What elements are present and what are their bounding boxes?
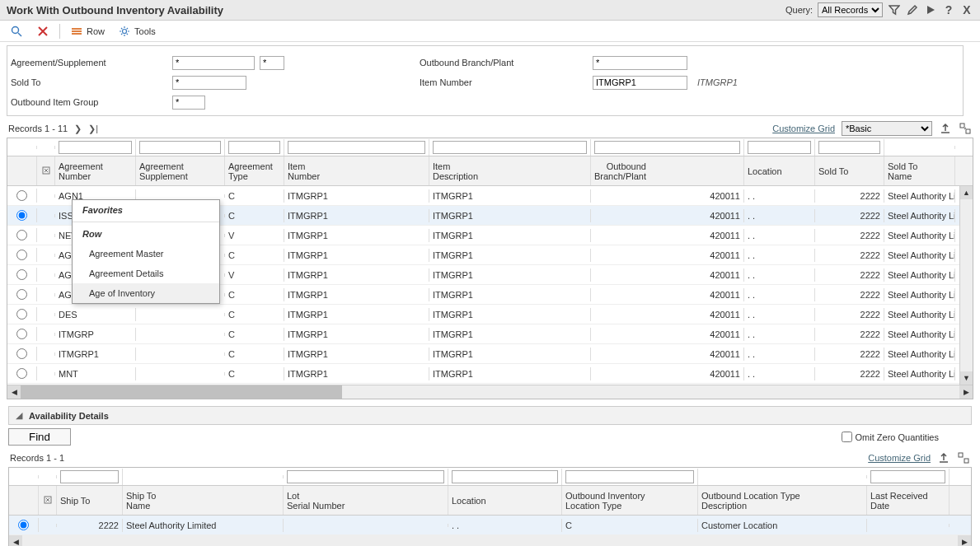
menu-agreement-master[interactable]: Agreement Master bbox=[73, 244, 219, 264]
h-item-desc[interactable]: Item Description bbox=[429, 156, 591, 185]
filter-sold-to-input[interactable] bbox=[172, 76, 246, 90]
menu-agreement-details[interactable]: Agreement Details bbox=[73, 264, 219, 283]
row-select-radio[interactable] bbox=[16, 309, 27, 320]
row-select-radio[interactable] bbox=[18, 520, 29, 530]
filter-agreement-input[interactable] bbox=[172, 56, 255, 70]
help-icon[interactable]: ? bbox=[942, 3, 955, 16]
query-select[interactable]: All Records bbox=[818, 2, 883, 17]
maximize-icon-2[interactable] bbox=[957, 451, 970, 464]
scroll-right-icon-2[interactable]: ▶ bbox=[958, 535, 971, 546]
row-button[interactable]: Row bbox=[67, 23, 108, 40]
export-icon-2[interactable] bbox=[937, 451, 950, 464]
find-button[interactable]: Find bbox=[8, 428, 71, 446]
h-location[interactable]: Location bbox=[744, 156, 815, 185]
qbe-agr-sup[interactable] bbox=[139, 141, 221, 154]
qbe-location[interactable] bbox=[748, 141, 811, 154]
qbe-out-bp[interactable] bbox=[594, 141, 740, 154]
next-page-icon[interactable]: ❯ bbox=[74, 124, 82, 134]
details-header[interactable]: ◢ Availability Details bbox=[8, 406, 972, 425]
qbe-item-desc[interactable] bbox=[433, 141, 587, 154]
qbe-lot[interactable] bbox=[287, 470, 444, 483]
row-select-radio[interactable] bbox=[16, 289, 27, 300]
grid-view-select[interactable]: *Basic bbox=[842, 121, 932, 136]
h-lot[interactable]: Lot Serial Number bbox=[284, 486, 448, 515]
row-select-radio[interactable] bbox=[16, 250, 27, 260]
h-sold-to-name[interactable]: Sold To Name bbox=[884, 156, 955, 185]
table-row[interactable]: MNTCITMGRP1ITMGRP1420011. .2222Steel Aut… bbox=[7, 364, 973, 384]
cell-dsc: ITMGRP1 bbox=[429, 367, 591, 380]
tools-button[interactable]: Tools bbox=[115, 23, 159, 40]
table-row[interactable]: 2222Steel Authority Limited. .CCustomer … bbox=[9, 516, 971, 535]
h-agr-num[interactable]: Agreement Number bbox=[55, 156, 136, 185]
h-item-num[interactable]: Item Number bbox=[284, 156, 429, 185]
cell-typ: C bbox=[225, 249, 284, 262]
row-select-radio[interactable] bbox=[16, 368, 27, 379]
cell-sold: 2222 bbox=[815, 229, 884, 242]
h-sold-to[interactable]: Sold To bbox=[815, 156, 884, 185]
vertical-scrollbar[interactable]: ▲ ▼ bbox=[959, 186, 973, 385]
qbe-ship-to[interactable] bbox=[60, 470, 119, 483]
horizontal-scrollbar-2[interactable]: ◀ ▶ bbox=[9, 535, 971, 546]
pin-icon-2[interactable] bbox=[43, 495, 53, 506]
row-select-radio[interactable] bbox=[16, 230, 27, 240]
h-out-bp[interactable]: Outbound Branch/Plant bbox=[591, 156, 744, 185]
table-row[interactable]: ITMGRPCITMGRP1ITMGRP1420011. .2222Steel … bbox=[7, 324, 973, 344]
qbe-lrd[interactable] bbox=[870, 470, 945, 483]
h-oil-type[interactable]: Outbound Inventory Location Type bbox=[562, 486, 698, 515]
filter-item-number-input[interactable] bbox=[593, 76, 687, 90]
pencil-icon[interactable] bbox=[906, 3, 919, 16]
scroll-thumb[interactable] bbox=[21, 385, 342, 399]
h-agr-typ[interactable]: Agreement Type bbox=[225, 156, 284, 185]
scroll-left-icon[interactable]: ◀ bbox=[7, 385, 21, 399]
h-ship-to[interactable]: Ship To bbox=[57, 486, 123, 515]
qbe-sold-to[interactable] bbox=[818, 141, 880, 154]
cell-dsc: ITMGRP1 bbox=[429, 249, 591, 262]
h-ol-desc[interactable]: Outbound Location Type Description bbox=[698, 486, 867, 515]
qbe-item-num[interactable] bbox=[288, 141, 425, 154]
customize-grid-link[interactable]: Customize Grid bbox=[772, 124, 835, 133]
cell-sold: 2222 bbox=[815, 189, 884, 203]
cell-agr: DES bbox=[55, 308, 136, 321]
collapse-icon[interactable]: ◢ bbox=[16, 410, 22, 421]
h-lrd[interactable]: Last Received Date bbox=[867, 486, 950, 515]
table-row[interactable]: DESCITMGRP1ITMGRP1420011. .2222Steel Aut… bbox=[7, 305, 973, 324]
row-select-radio[interactable] bbox=[16, 348, 27, 359]
scroll-left-icon-2[interactable]: ◀ bbox=[9, 535, 22, 546]
table-row[interactable]: ITMGRP1CITMGRP1ITMGRP1420011. .2222Steel… bbox=[7, 344, 973, 364]
play-icon[interactable] bbox=[924, 3, 937, 16]
last-page-icon[interactable]: ❯| bbox=[88, 124, 98, 134]
row-select-radio[interactable] bbox=[16, 269, 27, 280]
h-location-2[interactable]: Location bbox=[448, 486, 562, 515]
export-icon[interactable] bbox=[939, 122, 952, 135]
scroll-up-icon[interactable]: ▲ bbox=[960, 186, 973, 199]
qbe-oil-type[interactable] bbox=[565, 470, 694, 483]
cell-itm: ITMGRP1 bbox=[284, 189, 429, 203]
menu-age-of-inventory[interactable]: Age of Inventory bbox=[73, 283, 219, 303]
cell-sup bbox=[136, 313, 225, 316]
close-icon[interactable]: X bbox=[960, 3, 973, 16]
scroll-down-icon[interactable]: ▼ bbox=[960, 371, 973, 385]
filter-outbound-bp-input[interactable] bbox=[593, 56, 687, 70]
filter-icon[interactable] bbox=[888, 3, 901, 16]
qbe-agr-num[interactable] bbox=[59, 141, 132, 154]
search-button[interactable] bbox=[7, 23, 26, 40]
customize-grid-link-2[interactable]: Customize Grid bbox=[868, 453, 931, 463]
row-select-radio[interactable] bbox=[16, 210, 27, 221]
filter-label-item-number: Item Number bbox=[420, 77, 593, 87]
horizontal-scrollbar[interactable]: ◀ ▶ bbox=[7, 385, 973, 399]
filter-supplement-input[interactable] bbox=[260, 56, 284, 70]
cell-typ: V bbox=[225, 268, 284, 282]
row-icon bbox=[70, 25, 83, 38]
row-select-radio[interactable] bbox=[16, 190, 27, 201]
pin-icon[interactable] bbox=[41, 166, 51, 177]
h-ship-to-name[interactable]: Ship To Name bbox=[123, 486, 284, 515]
filter-out-item-group-input[interactable] bbox=[172, 96, 205, 110]
h-agr-sup[interactable]: Agreement Supplement bbox=[136, 156, 225, 185]
close-button[interactable] bbox=[33, 23, 53, 40]
maximize-icon[interactable] bbox=[959, 122, 972, 135]
qbe-agr-typ[interactable] bbox=[228, 141, 280, 154]
row-select-radio[interactable] bbox=[16, 329, 27, 339]
omit-zero-checkbox[interactable] bbox=[842, 432, 852, 442]
qbe-loc2[interactable] bbox=[452, 470, 558, 483]
scroll-right-icon[interactable]: ▶ bbox=[959, 385, 973, 399]
